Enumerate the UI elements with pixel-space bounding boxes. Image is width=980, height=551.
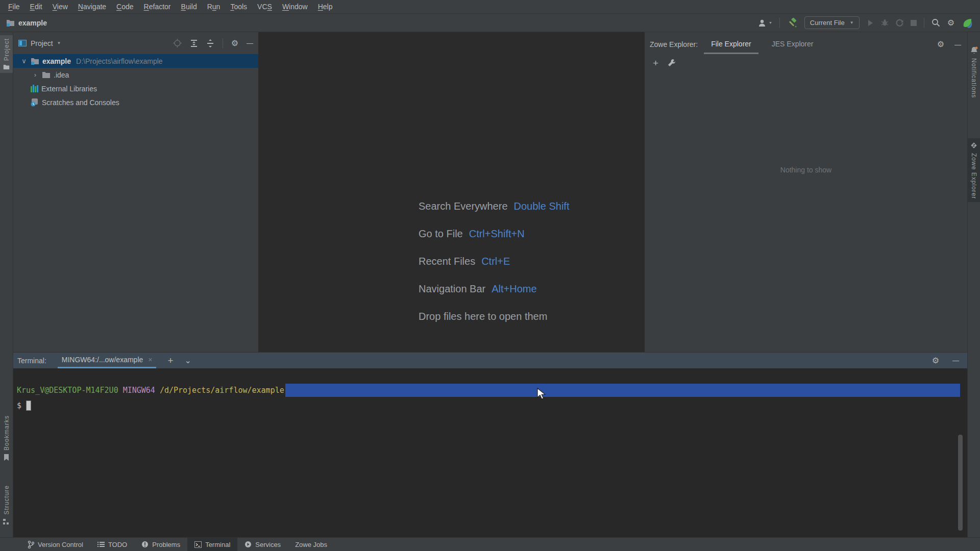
project-panel-title: Project [31, 39, 53, 47]
stripe-item-structure[interactable]: Structure [0, 482, 13, 528]
stripe-item-bookmarks[interactable]: Bookmarks [0, 412, 13, 464]
stop-button[interactable] [911, 20, 917, 26]
menu-tools[interactable]: Tools [225, 3, 252, 11]
user-menu-button[interactable]: ▼ [757, 19, 772, 27]
shortcut-row: Drop files here to open them [419, 311, 570, 338]
toolbar-divider [779, 18, 780, 28]
menu-help[interactable]: Help [313, 3, 338, 11]
new-terminal-plus-icon[interactable]: + [167, 355, 173, 366]
toolwindow-version-control[interactable]: Version Control [20, 538, 90, 551]
debug-button[interactable] [881, 19, 889, 27]
empty-state-text: Nothing to show [645, 166, 967, 174]
tab-jes-explorer[interactable]: JES Explorer [765, 40, 821, 54]
build-hammer-icon [787, 18, 797, 28]
wrench-icon[interactable] [668, 59, 676, 67]
debug-bug-icon [881, 19, 889, 27]
stripe-project-label: Project [3, 38, 10, 61]
shortcut-label: Recent Files [419, 256, 475, 267]
toolwindow-label: Problems [152, 541, 180, 548]
run-config-select[interactable]: Current File ▼ [804, 16, 860, 29]
shortcut-label: Navigation Bar [419, 283, 485, 295]
project-view-selector[interactable]: Project ▼ [18, 39, 61, 47]
stripe-notifications-label: Notifications [970, 58, 977, 98]
menu-bar: FileEditViewNavigateCodeRefactorBuildRun… [0, 0, 980, 14]
tree-row-scratches[interactable]: Scratches and Consoles [13, 95, 258, 109]
settings-gear-icon[interactable]: ⚙ [947, 19, 954, 27]
toolwindow-todo[interactable]: TODO [90, 538, 134, 551]
shortcut-keys: Ctrl+Shift+N [469, 228, 525, 240]
prompt-user-host: Krus_V@DESKTOP-M14F2U0 [17, 386, 118, 395]
menu-window[interactable]: Window [277, 3, 313, 11]
project-name: example [18, 19, 47, 27]
menu-view[interactable]: View [47, 3, 73, 11]
run-config-arrow: ▼ [850, 20, 854, 25]
tree-row-external-libraries[interactable]: External Libraries [13, 82, 258, 95]
shortcut-row: Navigation Bar Alt+Home [419, 283, 570, 311]
toolwindow-terminal[interactable]: Terminal [187, 538, 237, 551]
chevron-right-icon[interactable]: › [32, 71, 39, 79]
run-config-value: Current File [810, 19, 845, 27]
menu-vcs[interactable]: VCS [252, 3, 277, 11]
prompt-path: /d/Projects/airflow/example [160, 386, 284, 395]
run-button[interactable] [867, 19, 874, 27]
stripe-item-zowe-explorer[interactable]: Zowe Explorer [968, 138, 980, 202]
terminal-input-line[interactable]: $ [17, 399, 967, 412]
tree-row-idea[interactable]: › .idea [13, 68, 258, 82]
menu-code[interactable]: Code [111, 3, 138, 11]
expand-all-icon[interactable] [190, 39, 198, 47]
menu-refactor[interactable]: Refactor [139, 3, 176, 11]
terminal-settings-gear-icon[interactable]: ⚙ [932, 357, 939, 365]
menu-edit[interactable]: Edit [25, 3, 47, 11]
user-icon [757, 19, 767, 27]
menu-navigate[interactable]: Navigate [73, 3, 111, 11]
build-button[interactable] [787, 18, 797, 28]
collapse-all-icon[interactable] [206, 39, 214, 47]
toolwindow-label: TODO [108, 541, 127, 548]
search-icon [932, 18, 940, 27]
notification-bell-icon [970, 46, 978, 55]
stripe-item-project[interactable]: Project [0, 35, 13, 73]
menu-file[interactable]: File [3, 3, 25, 11]
services-icon [244, 541, 252, 548]
search-everywhere-button[interactable] [932, 18, 940, 27]
toolwindow-label: Zowe Jobs [295, 541, 327, 548]
shortcut-label: Search Everywhere [419, 201, 508, 212]
stop-icon [911, 20, 917, 26]
chevron-down-icon[interactable]: ∨ [20, 57, 28, 65]
stripe-item-notifications[interactable]: Notifications [968, 43, 980, 101]
project-settings-gear-icon[interactable]: ⚙ [231, 39, 238, 47]
coverage-button[interactable] [896, 19, 903, 27]
toolwindow-zowe-jobs[interactable]: Zowe Jobs [288, 538, 334, 551]
terminal-tab[interactable]: MINGW64:/...ow/example × [58, 353, 157, 368]
terminal-tabs-chevron-icon[interactable]: ⌄ [185, 356, 191, 365]
project-chip[interactable]: example [6, 19, 47, 27]
tree-row-example[interactable]: ∨ example D:\Projects\airflow\example [13, 54, 258, 68]
add-profile-plus-icon[interactable]: + [653, 58, 658, 68]
menu-build[interactable]: Build [176, 3, 202, 11]
tree-item-name: example [42, 57, 71, 65]
terminal-panel-header: Terminal: MINGW64:/...ow/example × + ⌄ ⚙… [13, 352, 967, 368]
toolwindow-services[interactable]: Services [237, 538, 288, 551]
shortcut-label: Go to File [419, 228, 463, 240]
terminal-console[interactable]: Krus_V@DESKTOP-M14F2U0 MINGW64 /d/Projec… [13, 368, 967, 537]
terminal-panel-title: Terminal: [17, 357, 46, 365]
zowe-settings-gear-icon[interactable]: ⚙ [937, 40, 944, 48]
locate-icon[interactable] [173, 39, 182, 47]
toolwindow-label: Version Control [38, 541, 83, 548]
mouse-cursor [537, 388, 548, 400]
tab-file-explorer[interactable]: File Explorer [704, 40, 758, 54]
ide-plugin-button[interactable] [962, 17, 973, 29]
terminal-hide-icon[interactable]: — [952, 357, 959, 364]
libraries-icon [31, 85, 38, 92]
terminal-scrollbar[interactable] [958, 435, 963, 531]
shortcut-row: Go to File Ctrl+Shift+N [419, 228, 570, 256]
project-view-arrow: ▼ [57, 41, 61, 45]
shortcut-row: Search Everywhere Double Shift [419, 201, 570, 228]
bookmark-icon [4, 454, 9, 461]
main-toolbar: example ▼ Current File ▼ [0, 14, 980, 32]
close-icon[interactable]: × [148, 356, 152, 364]
menu-run[interactable]: Run [202, 3, 226, 11]
hide-panel-icon[interactable]: — [247, 40, 253, 46]
zowe-hide-panel-icon[interactable]: — [954, 41, 961, 48]
toolwindow-problems[interactable]: Problems [134, 538, 187, 551]
